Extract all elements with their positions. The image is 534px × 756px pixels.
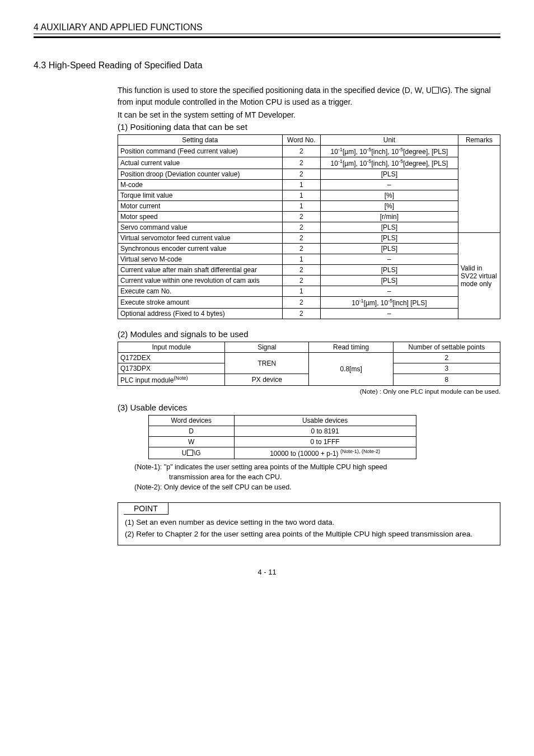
t1-cell: [r/min] — [320, 212, 458, 222]
t2-head: Number of settable points — [393, 342, 500, 353]
square-placeholder-icon — [187, 450, 193, 456]
t1-head-word: Word No. — [282, 135, 320, 146]
intro-text-1a: This function is used to store the speci… — [118, 86, 432, 95]
point-label: POINT — [124, 503, 168, 515]
t1-cell: 2 — [282, 244, 320, 254]
positioning-data-table: Setting data Word No. Unit Remarks Posit… — [118, 134, 500, 319]
t1-cell: Position command (Feed current value) — [118, 146, 283, 157]
t1-cell: 1 — [282, 201, 320, 212]
note-2: (Note-2): Only device of the self CPU ca… — [134, 482, 500, 492]
t3-cell: U\G — [148, 447, 234, 459]
t2-cell: 8 — [393, 374, 500, 386]
t1-cell: 1 — [282, 254, 320, 265]
t2-cell: 3 — [393, 363, 500, 374]
t2-cell: TREN — [225, 353, 309, 374]
chapter-underline — [34, 36, 500, 38]
point-box: POINT (1) Set an even number as device s… — [118, 502, 500, 545]
t1-cell: Virtual servo M-code — [118, 254, 283, 265]
main-content: This function is used to store the speci… — [118, 85, 500, 545]
t1-cell: 1 — [282, 180, 320, 190]
t2-cell: Q173DPX — [118, 363, 225, 374]
t1-cell: Torque limit value — [118, 190, 283, 201]
modules-signals-table: Input module Signal Read timing Number o… — [118, 342, 500, 386]
t3-cell: 0 to 1FFF — [234, 437, 416, 447]
t1-cell: Servo command value — [118, 222, 283, 233]
t1-cell: 2 — [282, 309, 320, 319]
t1-cell: 1 — [282, 190, 320, 201]
subheading-2: (2) Modules and signals to be used — [118, 329, 500, 339]
t1-cell: Motor speed — [118, 212, 283, 222]
t1-head-remarks: Remarks — [458, 135, 500, 146]
t1-cell: Optional address (Fixed to 4 bytes) — [118, 309, 283, 319]
t1-cell: M-code — [118, 180, 283, 190]
t1-cell: – — [320, 309, 458, 319]
note-1-line1: (Note-1): "p" indicates the user setting… — [134, 462, 500, 472]
intro-paragraph-2: It can be set in the system setting of M… — [118, 109, 500, 121]
t1-cell: 10-1[µm], 10-5[inch], 10-5[degree], [PLS… — [320, 146, 458, 157]
intro-paragraph-1: This function is used to store the speci… — [118, 85, 500, 108]
t1-cell: 2 — [282, 265, 320, 276]
t1-cell: 2 — [282, 212, 320, 222]
square-placeholder-icon — [432, 87, 439, 94]
t1-remarks-blank — [458, 146, 500, 233]
t1-head-unit: Unit — [320, 135, 458, 146]
t1-cell: 10-1[µm], 10-5[inch], 10-5[degree], [PLS… — [320, 157, 458, 169]
t1-cell: 2 — [282, 233, 320, 244]
t1-cell: 2 — [282, 169, 320, 180]
t1-cell: 1 — [282, 286, 320, 297]
notes-block: (Note-1): "p" indicates the user setting… — [134, 462, 500, 492]
point-content: (1) Set an even number as device setting… — [118, 515, 500, 545]
t1-cell: – — [320, 286, 458, 297]
t1-cell: Motor current — [118, 201, 283, 212]
t1-cell: [%] — [320, 190, 458, 201]
t2-cell: PX device — [225, 374, 309, 386]
t1-cell: 10-1[µm], 10-5[inch] [PLS] — [320, 297, 458, 309]
t1-cell: 2 — [282, 146, 320, 157]
t1-cell: – — [320, 254, 458, 265]
t1-cell: Synchronous encoder current value — [118, 244, 283, 254]
subheading-3: (3) Usable devices — [118, 403, 500, 412]
t1-cell: Execute stroke amount — [118, 297, 283, 309]
t1-cell: [PLS] — [320, 276, 458, 286]
t3-cell: 0 to 8191 — [234, 426, 416, 437]
t1-cell: [%] — [320, 201, 458, 212]
point-item-1: (1) Set an even number as device setting… — [125, 517, 493, 529]
t1-remarks-cell: Valid in SV22 virtual mode only — [458, 233, 500, 319]
section-title: 4.3 High-Speed Reading of Specified Data — [34, 60, 500, 71]
t1-cell: 2 — [282, 157, 320, 169]
t3-head: Word devices — [148, 416, 234, 426]
t1-cell: [PLS] — [320, 244, 458, 254]
t1-cell: 2 — [282, 297, 320, 309]
t1-cell: Current value within one revolution of c… — [118, 276, 283, 286]
t1-cell: Virtual servomotor feed current value — [118, 233, 283, 244]
t1-cell: Position droop (Deviation counter value) — [118, 169, 283, 180]
t2-cell: 2 — [393, 353, 500, 363]
t1-head-setting: Setting data — [118, 135, 283, 146]
t2-cell: PLC input module(Note) — [118, 374, 225, 386]
t2-head: Signal — [225, 342, 309, 353]
t2-head: Input module — [118, 342, 225, 353]
t3-cell: W — [148, 437, 234, 447]
t1-cell: [PLS] — [320, 233, 458, 244]
note-1-line2: transmission area for the each CPU. — [134, 472, 500, 482]
page-number: 4 - 11 — [34, 568, 500, 576]
t2-cell: 0.8[ms] — [309, 353, 393, 386]
t3-head: Usable devices — [234, 416, 416, 426]
t1-cell: Current value after main shaft different… — [118, 265, 283, 276]
usable-devices-table: Word devices Usable devices D0 to 8191 W… — [148, 415, 416, 459]
t1-cell: [PLS] — [320, 169, 458, 180]
point-item-2: (2) Refer to Chapter 2 for the user sett… — [125, 529, 493, 540]
chapter-header: 4 AUXILIARY AND APPLIED FUNCTIONS — [34, 22, 500, 34]
t3-cell: 10000 to (10000 + p-1) (Note-1), (Note-2… — [234, 447, 416, 459]
t1-cell: 2 — [282, 222, 320, 233]
t1-cell: [PLS] — [320, 222, 458, 233]
subheading-1: (1) Positioning data that can be set — [118, 122, 500, 132]
t2-note: (Note) : Only one PLC input module can b… — [118, 388, 500, 395]
t2-head: Read timing — [309, 342, 393, 353]
t1-cell: Execute cam No. — [118, 286, 283, 297]
t1-cell: Actual current value — [118, 157, 283, 169]
t3-cell: D — [148, 426, 234, 437]
t2-cell: Q172DEX — [118, 353, 225, 363]
t1-cell: – — [320, 180, 458, 190]
t1-cell: 2 — [282, 276, 320, 286]
